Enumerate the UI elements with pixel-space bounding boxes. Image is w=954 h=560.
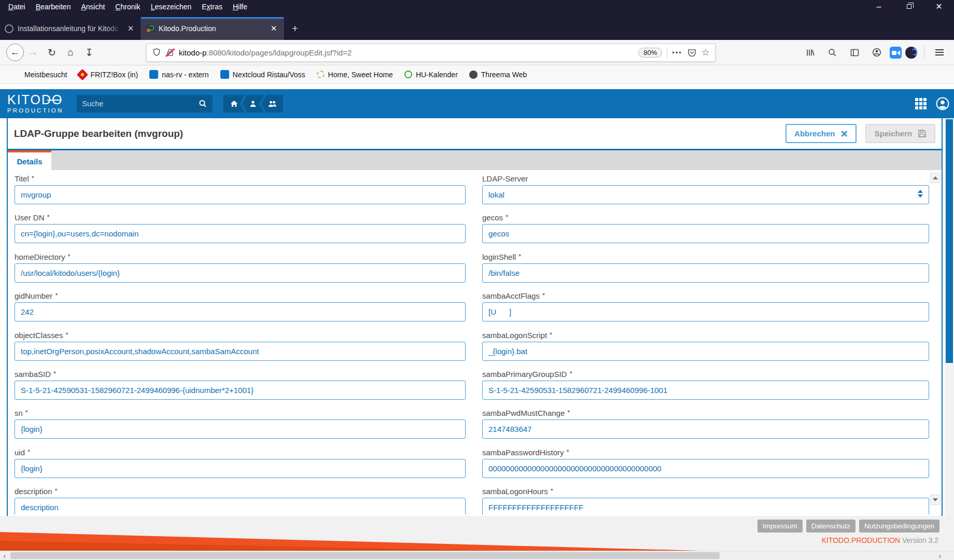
- bookmark-favicon-icon: [12, 70, 21, 79]
- field-input[interactable]: [482, 185, 929, 204]
- horizontal-scrollbar-thumb[interactable]: [10, 552, 720, 559]
- insecure-lock-icon[interactable]: [166, 48, 174, 57]
- browser-tab-kitodo[interactable]: Kitodo.Production ✕: [141, 17, 284, 40]
- menu-hamburger-icon[interactable]: [931, 45, 948, 60]
- breadcrumb-user-button[interactable]: [242, 95, 264, 113]
- required-asterisk: *: [551, 487, 553, 495]
- window-close-button[interactable]: ✕: [924, 0, 954, 13]
- scroll-right-button[interactable]: ›: [935, 551, 945, 560]
- tab-details[interactable]: Details: [8, 150, 51, 170]
- window-minimize-button[interactable]: –: [864, 0, 894, 13]
- url-bar[interactable]: kitodo-p:8080/kitodo/pages/ldapgroupEdit…: [146, 44, 715, 62]
- field-input[interactable]: [15, 498, 466, 514]
- menu-item[interactable]: Extras: [197, 3, 228, 11]
- footer-link[interactable]: Impressum: [757, 520, 803, 533]
- user-avatar-icon[interactable]: [935, 96, 950, 111]
- library-icon[interactable]: [801, 44, 819, 61]
- new-tab-button[interactable]: +: [286, 20, 304, 37]
- kitodo-header: KITODO PRODUCTION: [0, 89, 954, 118]
- select-updown-icon[interactable]: [918, 190, 923, 198]
- required-asterisk: *: [550, 331, 552, 339]
- bookmark-item[interactable]: Meistbesucht: [7, 68, 72, 80]
- field-input[interactable]: [482, 302, 929, 321]
- kitodo-logo[interactable]: KITODO PRODUCTION: [7, 93, 63, 114]
- field-input[interactable]: [15, 342, 466, 361]
- field-input[interactable]: [15, 459, 466, 478]
- field-input[interactable]: [482, 224, 929, 243]
- field-input[interactable]: [482, 459, 929, 478]
- required-asterisk: *: [32, 174, 34, 182]
- search-input[interactable]: [82, 100, 198, 108]
- menu-item[interactable]: Datei: [3, 3, 31, 11]
- breadcrumb-home-button[interactable]: [223, 95, 245, 113]
- window-restore-button[interactable]: [894, 0, 924, 13]
- required-asterisk: *: [569, 370, 572, 377]
- bookmark-item[interactable]: nas-rv - extern: [145, 68, 213, 80]
- field-input[interactable]: [482, 263, 929, 283]
- search-icon[interactable]: [823, 44, 841, 61]
- menu-item[interactable]: Lesezeichen: [146, 3, 197, 11]
- bookmark-label: Meistbesucht: [24, 71, 67, 79]
- save-button[interactable]: Speichern: [865, 124, 935, 143]
- bookmark-item[interactable]: HU-Kalender: [400, 69, 462, 80]
- tab-close-icon[interactable]: ✕: [125, 23, 136, 34]
- footer-link[interactable]: Datenschutz: [806, 520, 855, 533]
- field-label: gidNumber: [15, 291, 52, 300]
- save-page-button[interactable]: ↧: [80, 44, 99, 61]
- search-magnifier-icon[interactable]: [198, 99, 207, 108]
- bookmark-favicon-icon: [77, 68, 89, 80]
- pocket-icon[interactable]: [687, 48, 697, 58]
- cancel-button[interactable]: Abbrechen: [785, 124, 857, 143]
- back-button[interactable]: ←: [6, 44, 24, 61]
- menu-item[interactable]: Chronik: [110, 3, 145, 11]
- field-input[interactable]: [15, 185, 466, 204]
- scroll-up-button[interactable]: [930, 173, 941, 183]
- field-label: sambaPrimaryGroupSID: [482, 370, 567, 379]
- forward-button[interactable]: →: [24, 44, 43, 61]
- page-title-bar: LDAP-Gruppe bearbeiten (mvgroup) Abbrech…: [8, 118, 942, 150]
- form-field: User DN*: [15, 213, 466, 243]
- privacy-extension-icon[interactable]: [905, 47, 917, 59]
- app-search-box[interactable]: [77, 95, 213, 113]
- field-input[interactable]: [482, 498, 929, 514]
- form-field: sambaPrimaryGroupSID*: [482, 370, 929, 400]
- menu-item[interactable]: Bearbeiten: [31, 3, 76, 11]
- bookmark-item[interactable]: Home, Sweet Home: [312, 69, 398, 80]
- bookmark-star-icon[interactable]: ☆: [702, 48, 710, 57]
- field-input[interactable]: [15, 381, 466, 400]
- scroll-down-button[interactable]: [930, 495, 941, 505]
- field-input[interactable]: [15, 263, 466, 283]
- field-input[interactable]: [482, 342, 929, 361]
- shield-icon[interactable]: [152, 48, 161, 57]
- browser-tab-docs[interactable]: Installationsanleitung für Kitodo ✕: [0, 17, 141, 40]
- field-input[interactable]: [15, 419, 466, 439]
- sidebar-icon[interactable]: [845, 44, 864, 61]
- horizontal-scrollbar[interactable]: ‹ ›: [0, 551, 954, 560]
- url-text[interactable]: kitodo-p:8080/kitodo/pages/ldapgroupEdit…: [179, 48, 634, 57]
- vertical-scrollbar-thumb[interactable]: [946, 119, 953, 363]
- field-input[interactable]: [482, 419, 929, 439]
- account-icon[interactable]: [867, 44, 886, 61]
- tab-close-icon[interactable]: ✕: [269, 23, 279, 34]
- scroll-left-button[interactable]: ‹: [0, 551, 9, 560]
- bookmark-item[interactable]: Nextcloud Ristau/Voss: [216, 68, 310, 80]
- page-actions-icon[interactable]: •••: [672, 49, 682, 57]
- home-button[interactable]: ⌂: [61, 44, 80, 61]
- apps-grid-icon[interactable]: [915, 98, 927, 109]
- menu-item[interactable]: Ansicht: [76, 3, 110, 11]
- form-field: sambaPwdMustChange*: [482, 409, 929, 439]
- reload-button[interactable]: ↻: [43, 44, 61, 61]
- bookmark-favicon-icon: [149, 70, 158, 79]
- field-input[interactable]: [15, 302, 466, 321]
- required-asterisk: *: [25, 409, 28, 416]
- bookmark-item[interactable]: Threema Web: [465, 69, 531, 80]
- footer-link[interactable]: Nutzungsbedingungen: [859, 520, 939, 533]
- bookmark-item[interactable]: FRITZ!Box (in): [74, 69, 143, 80]
- field-input[interactable]: [482, 381, 929, 400]
- field-input[interactable]: [15, 224, 466, 243]
- menu-item[interactable]: Hilfe: [228, 3, 252, 11]
- restore-icon: [907, 4, 911, 9]
- breadcrumb-usergroup-button[interactable]: [261, 95, 283, 113]
- page-zoom-badge[interactable]: 80%: [638, 48, 662, 58]
- zoom-extension-icon[interactable]: [890, 47, 902, 59]
